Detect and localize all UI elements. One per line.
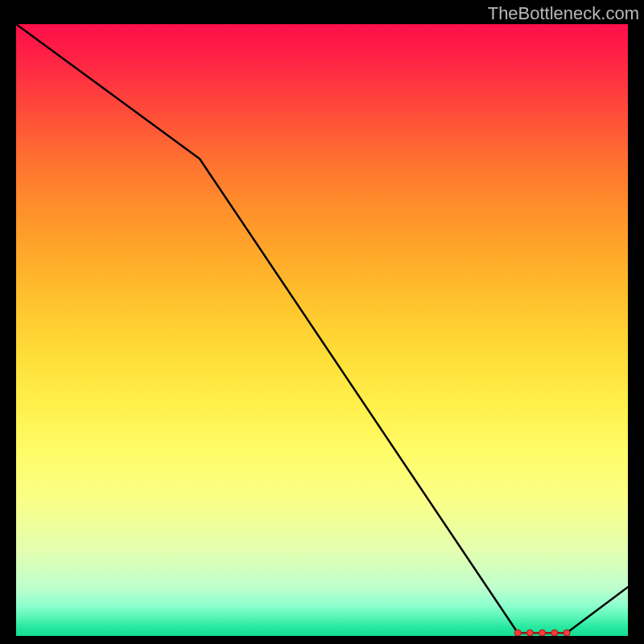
marker-dot [539, 630, 546, 636]
marker-dot [526, 630, 533, 636]
marker-dot [564, 630, 570, 636]
chart-container: TheBottleneck.com [0, 0, 644, 644]
watermark-text: TheBottleneck.com [488, 3, 639, 24]
marker-dot [551, 630, 558, 636]
marker-dot [514, 630, 521, 636]
highlight-markers [16, 24, 628, 636]
